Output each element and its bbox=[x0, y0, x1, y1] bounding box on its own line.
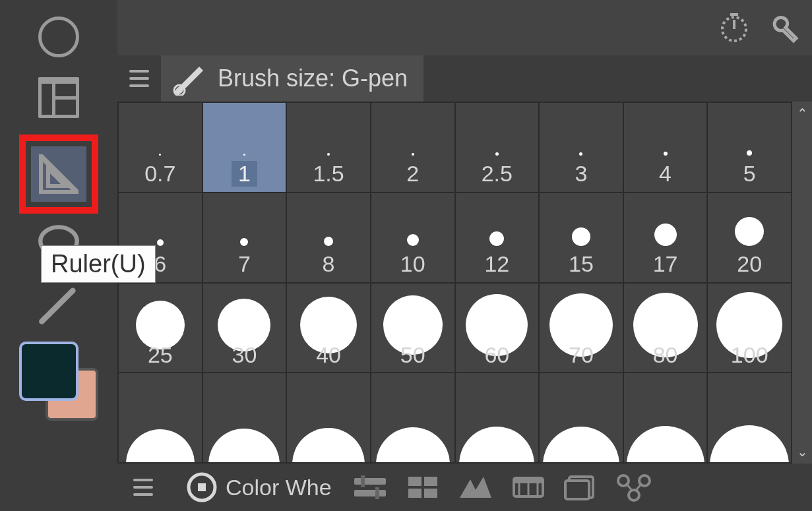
panel-tool-icon bbox=[38, 77, 79, 118]
brush-size-2.5[interactable]: 2.5 bbox=[456, 103, 539, 192]
brush-size-partial-2[interactable] bbox=[287, 373, 370, 462]
brush-size-label: 17 bbox=[653, 251, 678, 277]
brush-dot bbox=[243, 154, 245, 156]
brush-size-label: 12 bbox=[484, 251, 509, 277]
brush-dot bbox=[627, 426, 704, 462]
brush-size-2[interactable]: 2 bbox=[371, 103, 454, 192]
brush-panel-title: Brush size: G-pen bbox=[218, 65, 408, 92]
brush-size-15[interactable]: 15 bbox=[540, 193, 623, 282]
brush-tool[interactable] bbox=[32, 278, 85, 331]
brush-size-12[interactable]: 12 bbox=[456, 193, 539, 282]
panel-tool[interactable] bbox=[32, 71, 85, 124]
brush-dot bbox=[324, 237, 333, 246]
main-area: Brush size: G-pen 0.711.522.534567810121… bbox=[117, 0, 812, 511]
brush-size-7[interactable]: 7 bbox=[203, 193, 286, 282]
brush-panel-header: Brush size: G-pen bbox=[117, 55, 812, 102]
svg-rect-13 bbox=[424, 477, 437, 486]
brush-dot bbox=[126, 429, 195, 462]
brush-size-4[interactable]: 4 bbox=[624, 103, 707, 192]
brush-size-70[interactable]: 70 bbox=[540, 284, 623, 373]
brush-size-0.7[interactable]: 0.7 bbox=[119, 103, 202, 192]
brush-size-30[interactable]: 30 bbox=[203, 284, 286, 373]
brush-dot bbox=[327, 153, 330, 156]
brush-size-label: 2.5 bbox=[482, 161, 513, 187]
brush-dot bbox=[240, 238, 248, 246]
brush-dot bbox=[495, 152, 499, 156]
brush-size-3[interactable]: 3 bbox=[540, 103, 623, 192]
brush-size-label: 1 bbox=[232, 161, 257, 187]
svg-rect-8 bbox=[354, 478, 386, 485]
scroll-up-icon[interactable]: ⌃ bbox=[797, 105, 808, 121]
color-wheel-label: Color Whe bbox=[226, 475, 332, 500]
brush-size-60[interactable]: 60 bbox=[456, 284, 539, 373]
brush-size-50[interactable]: 50 bbox=[371, 284, 454, 373]
color-mixing-tab-icon[interactable] bbox=[615, 473, 652, 502]
brush-size-label: 70 bbox=[569, 342, 594, 368]
intermediate-color-tab-icon[interactable] bbox=[457, 473, 494, 502]
color-swatches[interactable] bbox=[19, 342, 98, 421]
brush-dot bbox=[208, 429, 280, 462]
brush-size-10[interactable]: 10 bbox=[371, 193, 454, 282]
color-history-tab-icon[interactable] bbox=[563, 473, 600, 502]
brush-size-label: 2 bbox=[406, 161, 419, 187]
brush-size-100[interactable]: 100 bbox=[708, 284, 791, 373]
brush-size-17[interactable]: 17 bbox=[624, 193, 707, 282]
brush-size-1[interactable]: 1 bbox=[203, 103, 286, 192]
brush-dot bbox=[664, 152, 668, 156]
bottom-menu-button[interactable] bbox=[127, 471, 160, 504]
brush-size-label: 20 bbox=[737, 251, 762, 277]
wrench-icon[interactable] bbox=[765, 9, 799, 46]
svg-rect-7 bbox=[198, 483, 206, 491]
svg-rect-12 bbox=[408, 477, 422, 486]
brush-size-80[interactable]: 80 bbox=[624, 284, 707, 373]
brush-size-tab[interactable]: Brush size: G-pen bbox=[161, 55, 423, 102]
brush-size-body: 0.711.522.534567810121517202530405060708… bbox=[117, 102, 812, 464]
ruler-icon bbox=[39, 154, 78, 194]
scrollbar[interactable]: ⌃ ⌄ bbox=[792, 102, 812, 464]
brush-size-25[interactable]: 25 bbox=[119, 284, 202, 373]
brush-size-partial-7[interactable] bbox=[708, 373, 791, 462]
brush-dot bbox=[710, 425, 789, 462]
brush-size-partial-0[interactable] bbox=[119, 373, 202, 462]
panel-menu-button[interactable] bbox=[123, 62, 156, 95]
brush-dot bbox=[376, 427, 450, 462]
brush-size-label: 6 bbox=[154, 251, 166, 277]
svg-rect-10 bbox=[361, 475, 365, 487]
brush-size-label: 100 bbox=[731, 342, 768, 368]
brush-size-partial-1[interactable] bbox=[203, 373, 286, 462]
brush-size-20[interactable]: 20 bbox=[708, 193, 791, 282]
brush-size-label: 60 bbox=[484, 342, 509, 368]
brush-size-5[interactable]: 5 bbox=[708, 103, 791, 192]
timer-icon[interactable] bbox=[717, 9, 751, 46]
brush-size-label: 4 bbox=[659, 161, 671, 187]
brush-dot bbox=[407, 234, 419, 246]
brush-dot bbox=[654, 224, 677, 246]
color-wheel-icon bbox=[185, 470, 219, 504]
tool-sidebar: Ruler(U) bbox=[0, 0, 117, 511]
brush-size-partial-3[interactable] bbox=[371, 373, 454, 462]
brush-size-label: 80 bbox=[653, 342, 678, 368]
foreground-color-swatch[interactable] bbox=[19, 342, 78, 401]
approximate-color-tab-icon[interactable] bbox=[510, 473, 547, 502]
brush-size-grid: 0.711.522.534567810121517202530405060708… bbox=[117, 102, 792, 464]
svg-rect-11 bbox=[375, 487, 379, 499]
topbar bbox=[117, 0, 812, 55]
brush-dot bbox=[157, 239, 164, 246]
brush-size-label: 40 bbox=[316, 342, 341, 368]
ruler-tool-highlight[interactable] bbox=[19, 135, 98, 214]
brush-size-partial-5[interactable] bbox=[540, 373, 623, 462]
brush-dot bbox=[735, 217, 764, 246]
brush-size-label: 50 bbox=[400, 342, 425, 368]
circle-tool[interactable] bbox=[32, 11, 85, 63]
scroll-down-icon[interactable]: ⌄ bbox=[797, 444, 808, 460]
color-wheel-tab[interactable]: Color Whe bbox=[181, 466, 336, 508]
brush-size-partial-4[interactable] bbox=[456, 373, 539, 462]
brush-size-8[interactable]: 8 bbox=[287, 193, 370, 282]
brush-dot bbox=[412, 153, 414, 156]
brush-size-1.5[interactable]: 1.5 bbox=[287, 103, 370, 192]
brush-size-partial-6[interactable] bbox=[624, 373, 707, 462]
svg-line-27 bbox=[635, 483, 642, 491]
brush-size-40[interactable]: 40 bbox=[287, 284, 370, 373]
color-set-tab-icon[interactable] bbox=[404, 473, 441, 502]
color-slider-tab-icon[interactable] bbox=[352, 473, 389, 502]
